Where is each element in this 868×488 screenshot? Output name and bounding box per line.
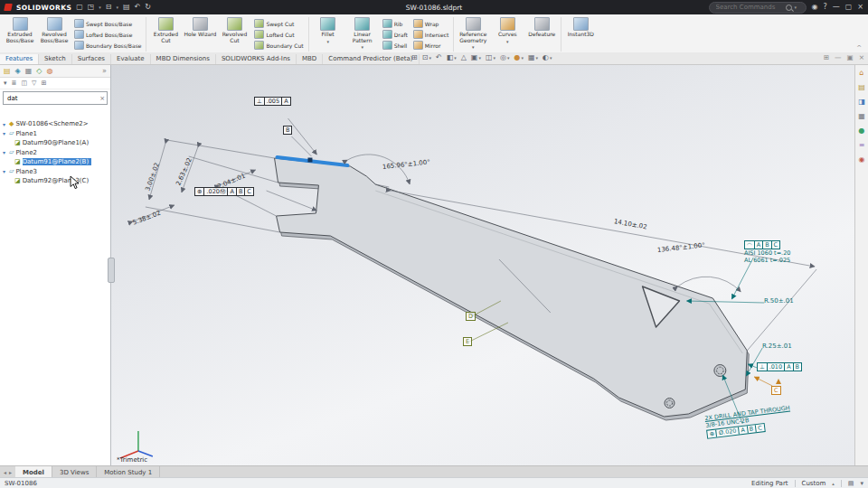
linear-pattern-button[interactable]: Linear Pattern ▾	[345, 15, 380, 53]
open-caret-icon[interactable]: ▾	[99, 5, 101, 10]
tree-node-plane2[interactable]: ▾ ▱ Plane2	[0, 148, 110, 158]
displaymanager-icon[interactable]: ◍	[46, 67, 52, 75]
tree-display-options-icon[interactable]: ≣	[12, 80, 17, 87]
lofted-boss-base-button[interactable]: Lofted Boss/Base	[74, 30, 141, 39]
tree-search-input[interactable]	[5, 94, 98, 103]
revolved-cut-button[interactable]: Revolved Cut	[217, 15, 251, 53]
tree-node-datum92[interactable]: ◪ Datum92@Plane3(C)	[0, 176, 110, 186]
wrap-button[interactable]: Wrap	[413, 19, 449, 28]
propertymanager-icon[interactable]: ◈	[15, 67, 21, 75]
boundary-boss-base-button[interactable]: Boundary Boss/Base	[74, 41, 141, 50]
extruded-cut-button[interactable]: Extruded Cut	[148, 15, 183, 53]
edge-midpoint-handle[interactable]	[307, 158, 312, 163]
configurationmanager-icon[interactable]: ▦	[25, 67, 33, 75]
material-note[interactable]: ◠ A B C AISI 1060 t=.20 AL 6061 t=.025	[744, 239, 790, 264]
datum-c-label[interactable]: C	[771, 386, 781, 395]
part-body[interactable]	[275, 158, 748, 417]
tab-mbd-dimensions[interactable]: MBD Dimensions	[151, 54, 216, 64]
linear-pattern-caret-icon[interactable]: ▾	[361, 44, 363, 51]
hole-wizard-button[interactable]: Hole Wizard	[183, 15, 217, 53]
custom-properties-icon[interactable]: ≡	[859, 141, 865, 149]
forum-icon[interactable]: ◉	[859, 155, 865, 164]
shell-button[interactable]: Shell	[382, 41, 408, 50]
undo-icon[interactable]: ↶	[135, 4, 141, 11]
section-view-icon[interactable]: ◧▾	[447, 53, 457, 61]
datum-e-label[interactable]: E	[463, 337, 472, 346]
panel-more-icon[interactable]: »	[102, 67, 107, 75]
view-orientation-icon[interactable]: ▣▾	[471, 53, 481, 61]
rib-button[interactable]: Rib	[382, 19, 408, 28]
appearances-icon[interactable]: ●	[859, 127, 865, 135]
curves-button[interactable]: Curves ▾	[490, 15, 524, 53]
tab-command-predictor[interactable]: Command Predictor (Beta)	[323, 54, 419, 64]
extruded-boss-base-button[interactable]: Extruded Boss/Base	[3, 15, 37, 53]
previous-view-icon[interactable]: ↶	[436, 53, 442, 61]
resources-icon[interactable]: ⌂	[859, 69, 863, 77]
print-icon[interactable]: ▤	[123, 4, 130, 11]
tabs-scroll-right-icon[interactable]: ▸	[9, 469, 12, 475]
command-search-input[interactable]	[714, 3, 783, 12]
datum-d-label[interactable]: D	[466, 312, 476, 321]
view-palette-icon[interactable]: ▦	[858, 112, 865, 120]
close-icon[interactable]: ×	[857, 4, 863, 11]
radius-r25[interactable]: R.25±.01	[762, 343, 792, 350]
fcf-perpendicularity-010[interactable]: ⊥ .010 A B	[757, 362, 802, 371]
caret-down-icon[interactable]: ▾	[3, 130, 7, 136]
tree-columns-icon[interactable]: ◫	[21, 80, 27, 87]
command-search-box[interactable]: ▾	[709, 2, 807, 14]
open-icon[interactable]: ◳	[88, 4, 95, 11]
intersect-button[interactable]: Intersect	[413, 30, 449, 39]
dynamic-annotation-icon[interactable]: △	[461, 53, 467, 61]
minimize-icon[interactable]: —	[833, 4, 840, 11]
tabs-scroll-left-icon[interactable]: ◂	[4, 469, 6, 475]
boundary-cut-button[interactable]: Boundary Cut	[254, 41, 303, 50]
zoom-area-icon[interactable]: ⊡▾	[422, 53, 431, 61]
revolved-boss-base-button[interactable]: Revolved Boss/Base	[37, 15, 71, 53]
tree-node-plane3[interactable]: ▾ ▱ Plane3	[0, 167, 110, 177]
panel-splitter[interactable]	[108, 258, 115, 283]
tab-features[interactable]: Features	[0, 54, 39, 64]
tab-solidworks-add-ins[interactable]: SOLIDWORKS Add-Ins	[216, 54, 297, 64]
new-file-icon[interactable]: ▢	[76, 4, 83, 11]
tab-sketch[interactable]: Sketch	[39, 54, 72, 64]
search-caret-icon[interactable]: ▾	[795, 5, 797, 10]
configuration-caret-icon[interactable]: ▴	[832, 481, 835, 486]
maximize-icon[interactable]: ▢	[845, 4, 853, 11]
instant3d-button[interactable]: Instant3D	[563, 15, 598, 53]
tab-mbd[interactable]: MBD	[297, 54, 323, 64]
zoom-fit-icon[interactable]: ⊞	[411, 53, 418, 61]
radius-r50[interactable]: R.50±.01	[764, 297, 794, 305]
design-library-icon[interactable]: ▤	[858, 83, 865, 91]
graphics-viewport[interactable]: ⊥ .005 A B 3.00±.02 2.63±.02 2.04±.01 ⊕ …	[111, 64, 854, 466]
tree-node-plane1[interactable]: ▾ ▱ Plane1	[0, 129, 110, 139]
document-close-icon[interactable]: ×	[859, 53, 864, 61]
rebuild-icon[interactable]: ↻	[145, 4, 151, 11]
defeature-button[interactable]: Defeature	[524, 15, 559, 53]
status-configuration[interactable]: Custom	[802, 480, 826, 487]
tab-surfaces[interactable]: Surfaces	[72, 54, 111, 64]
fcf-perpendicularity-005[interactable]: ⊥ .005 A	[254, 97, 291, 106]
status-tips-icon[interactable]: ▤	[848, 480, 854, 487]
draft-button[interactable]: Draft	[382, 30, 408, 39]
document-restore-icon[interactable]: ▣	[847, 53, 854, 61]
tapped-hole-1[interactable]	[714, 365, 726, 377]
view-settings-icon[interactable]: ◐▾	[542, 53, 552, 61]
login-icon[interactable]: ◉	[812, 4, 818, 11]
display-style-icon[interactable]: ◫▾	[486, 53, 495, 61]
lofted-cut-button[interactable]: Lofted Cut	[254, 30, 303, 39]
apply-scene-icon[interactable]: ▦▾	[528, 53, 538, 61]
reference-geometry-caret-icon[interactable]: ▾	[472, 44, 475, 51]
swept-cut-button[interactable]: Swept Cut	[254, 19, 303, 28]
caret-down-icon[interactable]: ▾	[3, 149, 7, 155]
swept-boss-base-button[interactable]: Swept Boss/Base	[74, 19, 141, 28]
reference-geometry-button[interactable]: Reference Geometry ▾	[456, 15, 490, 53]
tree-node-root[interactable]: ▾ ◆ SW-01086<Scheme2>	[0, 119, 110, 129]
tab-evaluate[interactable]: Evaluate	[111, 54, 151, 64]
dimxpertmanager-icon[interactable]: ◇	[36, 67, 42, 75]
tree-search-box[interactable]: ×	[3, 91, 108, 105]
document-minimize-icon[interactable]: —	[835, 53, 842, 61]
selected-tree-item[interactable]: Datum91@Plane2(B)	[23, 158, 92, 165]
tree-node-datum91-selected[interactable]: ◪ Datum91@Plane2(B)	[0, 157, 110, 167]
caret-down-icon[interactable]: ▾	[3, 121, 7, 127]
fillet-caret-icon[interactable]: ▾	[326, 39, 329, 45]
